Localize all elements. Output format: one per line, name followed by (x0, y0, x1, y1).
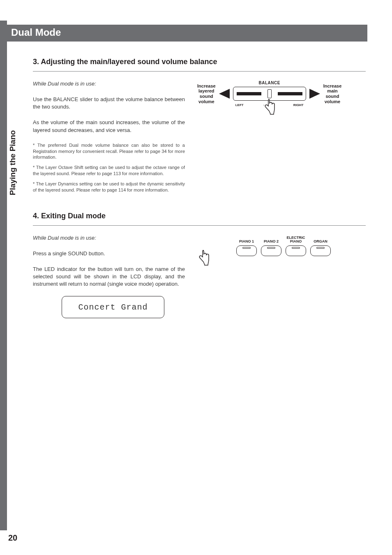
sound-button-label: PIANO 1 (239, 236, 254, 244)
sound-button-label: PIANO 2 (264, 236, 279, 244)
balance-left-label: Increase layered sound volume (197, 83, 216, 104)
section3-heading: 3. Adjusting the main/layered sound volu… (33, 58, 366, 66)
balance-left-text: LEFT (235, 103, 244, 107)
divider (33, 71, 366, 72)
section3-note1: * The preferred Dual mode volume balance… (33, 142, 185, 161)
page-content: 3. Adjusting the main/layered sound volu… (33, 58, 366, 318)
divider (33, 225, 366, 226)
balance-slider-figure: Increase layered sound volume BALANCE LE… (197, 81, 366, 107)
hand-pointer-icon (262, 99, 277, 118)
page-margin-bar (0, 21, 7, 530)
arrow-right-icon (309, 89, 320, 99)
section4-heading: 4. Exiting Dual mode (33, 212, 366, 220)
hand-pointer-icon (196, 250, 211, 268)
section3-p2: As the volume of the main sound increase… (33, 119, 185, 134)
balance-right-label: Increase main sound volume (323, 83, 342, 104)
section-tab-label: Playing the Piano (8, 130, 17, 195)
balance-title: BALANCE (258, 81, 280, 85)
section3-p1: Use the BALANCE slider to adjust the vol… (33, 96, 185, 111)
sound-button-piano1: PIANO 1 (236, 236, 257, 256)
sound-button-label: ORGAN (314, 236, 327, 244)
balance-bar-left (237, 92, 261, 95)
sound-button-electric-piano: ELECTRIC PIANO (286, 236, 306, 256)
section3-note3: * The Layer Dynamics setting can be used… (33, 181, 185, 193)
section3-intro: While Dual mode is in use: (33, 81, 185, 87)
section4-p2: The LED indicator for the button will tu… (33, 266, 185, 288)
sound-button-organ: ORGAN (310, 236, 331, 256)
sound-buttons-figure: PIANO 1 PIANO 2 ELECTRIC PIANO ORGAN (201, 236, 366, 256)
sound-button-label: ELECTRIC PIANO (287, 236, 305, 244)
arrow-left-icon (219, 89, 230, 99)
section4-p1: Press a single SOUND button. (33, 250, 185, 257)
balance-slider (233, 87, 306, 101)
balance-bar-right (278, 92, 302, 95)
section3-note2: * The Layer Octave Shift setting can be … (33, 164, 185, 177)
lcd-display: Concert Grand (62, 296, 164, 318)
balance-knob (267, 89, 272, 98)
chapter-title: Dual Mode (7, 25, 367, 42)
sound-button-piano2: PIANO 2 (261, 236, 281, 256)
page-number: 20 (8, 533, 17, 543)
balance-right-text: RIGHT (293, 103, 304, 107)
section4-intro: While Dual mode is in use: (33, 235, 185, 241)
